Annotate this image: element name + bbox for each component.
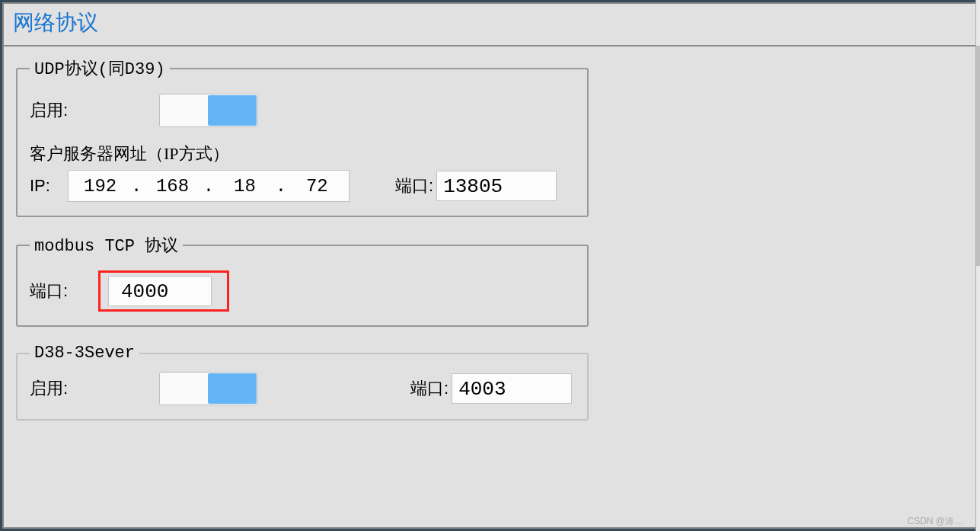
udp-ip-row: IP: . . . 端口:: [30, 170, 575, 202]
modbus-port-highlight: [98, 270, 229, 312]
scrollbar[interactable]: [975, 0, 980, 531]
d38-enable-toggle[interactable]: [159, 372, 258, 405]
udp-port-box[interactable]: [436, 171, 557, 201]
udp-ip-header: 客户服务器网址（IP方式）: [30, 142, 575, 165]
modbus-port-label: 端口:: [30, 280, 75, 302]
modbus-port-row: 端口:: [30, 270, 575, 312]
udp-port-input[interactable]: [443, 175, 550, 198]
watermark: CSDN @涛…: [907, 515, 963, 528]
scrollbar-thumb[interactable]: [976, 46, 980, 266]
modbus-port-input[interactable]: [121, 280, 205, 303]
udp-group: UDP协议(同D39) 启用: 客户服务器网址（IP方式） IP: . .: [16, 57, 589, 217]
d38-port-input[interactable]: [458, 378, 565, 401]
udp-ip-input[interactable]: . . .: [68, 170, 350, 202]
page-frame: 网络协议 UDP协议(同D39) 启用: 客户服务器网址（IP方式） IP: .: [0, 0, 980, 531]
content-area: UDP协议(同D39) 启用: 客户服务器网址（IP方式） IP: . .: [4, 46, 976, 448]
ip-seg-1[interactable]: [81, 176, 120, 197]
d38-port-box[interactable]: [452, 373, 572, 404]
toggle-knob: [208, 373, 257, 404]
d38-legend: D38-3Sever: [30, 344, 139, 363]
udp-port-label: 端口:: [395, 174, 433, 197]
udp-enable-label: 启用:: [30, 99, 75, 122]
udp-legend: UDP协议(同D39): [30, 57, 170, 80]
udp-enable-toggle[interactable]: [159, 94, 258, 127]
modbus-legend: modbus TCP 协议: [30, 234, 183, 257]
ip-dot: .: [274, 176, 288, 197]
modbus-port-box[interactable]: [108, 276, 212, 306]
ip-seg-4[interactable]: [298, 176, 336, 197]
d38-row: 启用: 端口:: [30, 372, 575, 405]
ip-seg-3[interactable]: [225, 176, 263, 197]
modbus-group: modbus TCP 协议 端口:: [16, 234, 589, 327]
ip-dot: .: [202, 176, 215, 197]
d38-enable-label: 启用:: [30, 377, 75, 400]
ip-dot: .: [129, 176, 143, 197]
d38-group: D38-3Sever 启用: 端口:: [16, 344, 589, 421]
main-panel: 网络协议 UDP协议(同D39) 启用: 客户服务器网址（IP方式） IP: .: [2, 2, 978, 529]
udp-ip-label: IP:: [30, 176, 60, 196]
udp-enable-row: 启用:: [30, 94, 575, 127]
toggle-knob: [208, 95, 257, 126]
ip-seg-2[interactable]: [154, 176, 192, 197]
page-title: 网络协议: [4, 4, 976, 46]
d38-port-label: 端口:: [410, 377, 449, 400]
